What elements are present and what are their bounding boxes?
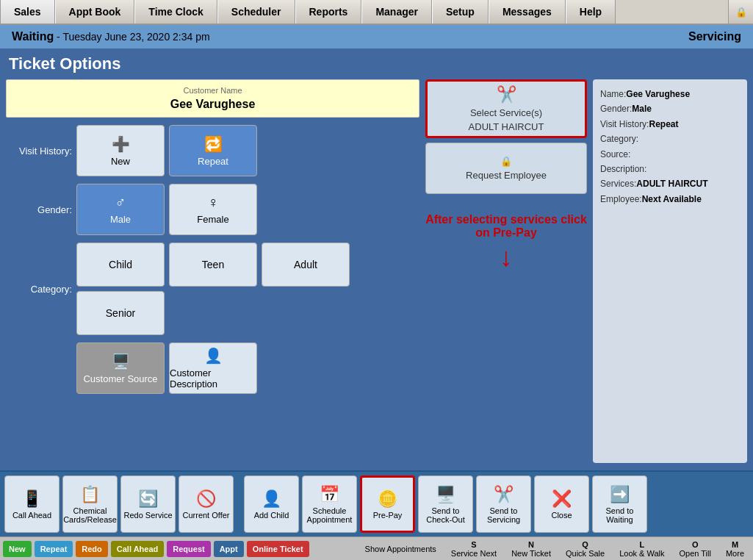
- tab-appt-book[interactable]: Appt Book: [55, 0, 135, 24]
- info-employee-value: Next Available: [642, 194, 702, 204]
- send-servicing-label: Send to Servicing: [478, 506, 529, 524]
- tab-setup[interactable]: Setup: [432, 0, 489, 24]
- info-visit: Visit History:Repeat: [600, 117, 740, 132]
- status-right: Servicing: [688, 30, 741, 43]
- tab-messages[interactable]: Messages: [489, 0, 566, 24]
- tab-scheduler[interactable]: Scheduler: [217, 0, 295, 24]
- send-checkout-button[interactable]: 🖥️ Send to Check-Out: [418, 475, 473, 533]
- send-servicing-button[interactable]: ✂️ Send to Servicing: [476, 475, 531, 533]
- redo-service-button[interactable]: 🔄 Redo Service: [120, 475, 176, 533]
- tab-help[interactable]: Help: [566, 0, 616, 24]
- female-label: Female: [197, 214, 228, 225]
- look-walk-action[interactable]: L Look & Walk: [613, 540, 670, 558]
- child-button[interactable]: Child: [76, 243, 165, 287]
- tag-redo[interactable]: Redo: [76, 541, 108, 557]
- service-next-action[interactable]: S Service Next: [445, 540, 502, 558]
- close-button[interactable]: ❌ Close: [534, 475, 589, 533]
- adult-button[interactable]: Adult: [262, 243, 350, 287]
- tag-appt[interactable]: Appt: [214, 541, 244, 557]
- tag-repeat[interactable]: Repeat: [35, 541, 73, 557]
- look-walk-label: Look & Walk: [619, 549, 664, 558]
- source-desc-row: 🖥️ Customer Source 👤 Customer Descriptio…: [6, 342, 419, 394]
- more-key: M: [732, 540, 738, 549]
- info-name-value: Gee Varughese: [626, 89, 690, 99]
- visit-history-buttons: ➕ New 🔁 Repeat: [76, 125, 257, 176]
- call-ahead-label: Call Ahead: [12, 511, 51, 520]
- info-category: Category:: [600, 132, 740, 146]
- visit-history-row: Visit History: ➕ New 🔁 Repeat: [6, 125, 419, 176]
- request-employee-button[interactable]: 🔒 Request Employee: [425, 143, 587, 194]
- repeat-button[interactable]: 🔁 Repeat: [169, 125, 257, 176]
- ticket-panel: Ticket Options Customer Name Gee Varughe…: [6, 54, 747, 464]
- quick-sale-action[interactable]: Q Quick Sale: [560, 540, 610, 558]
- show-appointments-label: Show Appointments: [365, 545, 436, 553]
- female-icon: ♀: [208, 194, 219, 211]
- customer-name-value: Gee Varughese: [15, 98, 410, 111]
- calendar-icon: 📅: [320, 485, 339, 504]
- info-employee: Employee:Next Available: [600, 192, 740, 207]
- chemical-cards-label: Chemical Cards/Release: [63, 506, 117, 524]
- redo-service-label: Redo Service: [123, 511, 172, 520]
- source-icon: 🖥️: [112, 353, 130, 370]
- send-waiting-button[interactable]: ➡️ Send to Waiting: [592, 475, 647, 533]
- phone-icon: 📱: [22, 489, 42, 509]
- female-button[interactable]: ♀ Female: [169, 184, 257, 235]
- add-child-label: Add Child: [254, 511, 289, 520]
- new-label: New: [111, 156, 130, 167]
- tag-new[interactable]: New: [3, 541, 32, 557]
- customer-source-label: Customer Source: [83, 373, 157, 384]
- tab-reports[interactable]: Reports: [295, 0, 362, 24]
- open-till-action[interactable]: O Open Till: [674, 540, 717, 558]
- customer-description-button[interactable]: 👤 Customer Description: [169, 342, 257, 394]
- repeat-icon: 🔁: [204, 135, 223, 153]
- tag-online-ticket[interactable]: Online Ticket: [247, 541, 309, 557]
- current-offer-label: Current Offer: [183, 511, 230, 520]
- select-services-box[interactable]: ✂️ Select Service(s) ADULT HAIRCUT: [425, 79, 587, 138]
- new-ticket-action[interactable]: N New Ticket: [505, 540, 557, 558]
- pre-pay-button[interactable]: 🪙 Pre-Pay: [360, 475, 415, 533]
- info-services: Services:ADULT HAIRCUT: [600, 176, 740, 191]
- gender-label: Gender:: [6, 204, 72, 215]
- coins-icon: 🪙: [378, 489, 397, 509]
- tab-time-clock[interactable]: Time Clock: [134, 0, 217, 24]
- tab-sales[interactable]: Sales: [0, 0, 55, 24]
- schedule-appointment-button[interactable]: 📅 Schedule Appointment: [302, 475, 357, 533]
- status-date: Tuesday June 23, 2020 2:34 pm: [62, 31, 209, 43]
- nav-bar: Sales Appt Book Time Clock Scheduler Rep…: [0, 0, 753, 25]
- repeat-label: Repeat: [198, 156, 228, 167]
- tag-call-ahead[interactable]: Call Ahead: [111, 541, 164, 557]
- service-next-label: Service Next: [451, 549, 497, 558]
- male-label: Male: [110, 214, 131, 225]
- male-button[interactable]: ♂ Male: [76, 184, 165, 235]
- left-column: Customer Name Gee Varughese Visit Histor…: [6, 79, 419, 463]
- more-action[interactable]: M More: [720, 540, 750, 558]
- service-label2: ADULT HAIRCUT: [469, 121, 544, 132]
- lock-icon[interactable]: 🔒: [728, 0, 753, 24]
- add-child-button[interactable]: 👤 Add Child: [244, 475, 299, 533]
- senior-button[interactable]: Senior: [76, 291, 165, 335]
- service-label1: Select Service(s): [470, 107, 542, 118]
- new-ticket-label: New Ticket: [511, 549, 551, 558]
- teen-button[interactable]: Teen: [169, 243, 257, 287]
- new-button[interactable]: ➕ New: [76, 125, 165, 176]
- arrow-right-icon: ➡️: [610, 485, 630, 504]
- chemical-cards-button[interactable]: 📋 Chemical Cards/Release: [62, 475, 118, 533]
- tag-request[interactable]: Request: [167, 541, 210, 557]
- quick-sale-label: Quick Sale: [566, 549, 605, 558]
- show-appointments-action[interactable]: Show Appointments: [359, 545, 442, 553]
- call-ahead-button[interactable]: 📱 Call Ahead: [4, 475, 60, 533]
- info-employee-label: Employee:: [600, 194, 642, 204]
- open-till-label: Open Till: [680, 549, 711, 558]
- info-services-value: ADULT HAIRCUT: [636, 179, 707, 189]
- customer-source-button[interactable]: 🖥️ Customer Source: [76, 342, 165, 394]
- pre-pay-label: Pre-Pay: [373, 511, 403, 520]
- status-bar: Waiting - Tuesday June 23, 2020 2:34 pm …: [0, 25, 753, 49]
- male-icon: ♂: [115, 194, 126, 211]
- plus-icon: ➕: [112, 135, 130, 153]
- look-walk-key: L: [639, 540, 644, 549]
- schedule-appointment-label: Schedule Appointment: [304, 506, 355, 524]
- customer-description-label: Customer Description: [170, 367, 256, 390]
- scissors-icon: ✂️: [497, 85, 516, 104]
- tab-manager[interactable]: Manager: [361, 0, 432, 24]
- current-offer-button[interactable]: 🚫 Current Offer: [179, 475, 234, 533]
